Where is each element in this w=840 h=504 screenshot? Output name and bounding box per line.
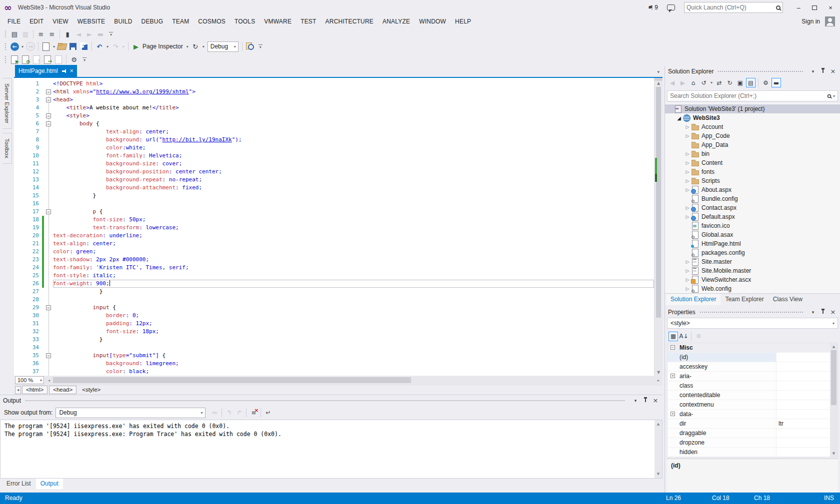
property-value[interactable]	[776, 400, 838, 409]
property-value[interactable]	[776, 410, 838, 419]
quick-launch-box[interactable]	[684, 2, 783, 13]
fold-collapse-icon[interactable]: −	[46, 113, 51, 118]
panel-tab-team-explorer[interactable]: Team Explorer	[720, 294, 768, 305]
scrollbar-thumb[interactable]	[831, 350, 836, 405]
pin-panel-icon[interactable]	[819, 68, 827, 74]
page-inspector-label[interactable]: Page Inspector	[142, 43, 183, 50]
tree-item[interactable]: Bundle.config	[665, 194, 840, 203]
scroll-up-icon[interactable]: ▲	[654, 422, 662, 426]
close-panel-icon[interactable]: ×	[829, 308, 837, 316]
property-value[interactable]	[776, 438, 838, 447]
output-text-area[interactable]: The program '[9524] iisexpress.exe' has …	[0, 420, 662, 479]
editor-split-handle[interactable]	[654, 78, 662, 80]
property-value[interactable]	[776, 429, 838, 438]
toggle-word-wrap-icon[interactable]: ↵	[263, 408, 273, 418]
tab-htmlpage[interactable]: HtmlPage.html ×	[15, 65, 77, 77]
collapsed-arrow-icon[interactable]: ▷	[684, 169, 691, 174]
previous-bookmark-icon[interactable]: ◄	[74, 29, 84, 39]
minimize-button[interactable]: –	[791, 1, 806, 13]
menu-window[interactable]: WINDOW	[414, 16, 450, 27]
scrollbar-thumb[interactable]	[656, 87, 661, 318]
editor-vertical-scrollbar[interactable]: ▲ ▼	[654, 78, 662, 376]
property-row[interactable]: contenteditable	[668, 391, 838, 400]
panel-tab-solution-explorer[interactable]: Solution Explorer	[666, 294, 720, 305]
code-text[interactable]: text-transform: lowercase;	[53, 224, 654, 232]
code-line[interactable]: 9 color:white;	[14, 144, 654, 152]
close-button[interactable]: ×	[823, 1, 838, 13]
redo-caret-icon[interactable]: ▾	[121, 44, 126, 49]
code-text[interactable]: input {	[53, 304, 654, 312]
code-editor[interactable]: 1<!DOCTYPE html>2−<html xmlns="http://ww…	[14, 78, 662, 376]
collapsed-arrow-icon[interactable]: ▷	[684, 205, 691, 210]
clear-all-icon[interactable]: ≡	[248, 408, 258, 418]
menu-debug[interactable]: DEBUG	[137, 16, 168, 27]
fold-collapse-icon[interactable]: −	[46, 121, 51, 126]
build-page-icon[interactable]	[10, 54, 20, 64]
solution-configuration-combo[interactable]: Debug▾	[208, 41, 238, 52]
tree-item[interactable]: ▷Web.config	[665, 284, 840, 293]
fold-collapse-icon[interactable]: −	[46, 89, 51, 94]
breadcrumb-item[interactable]: <head>	[49, 386, 76, 394]
code-line[interactable]: 28	[14, 296, 654, 304]
property-row[interactable]: (id)	[668, 353, 838, 362]
code-line[interactable]: 1<!DOCTYPE html>	[14, 80, 654, 88]
code-text[interactable]: <title>A website about me!</title>	[53, 104, 654, 112]
code-line[interactable]: 7 text-align: center;	[14, 128, 654, 136]
code-text[interactable]: font-style: italic;	[53, 272, 654, 280]
pin-panel-icon[interactable]	[819, 309, 827, 315]
window-position-caret-icon[interactable]: ▾	[632, 398, 640, 403]
pin-tab-icon[interactable]	[62, 69, 66, 73]
code-line[interactable]: 20text-decoration: underline;	[14, 232, 654, 240]
code-text[interactable]: <!DOCTYPE html>	[53, 80, 654, 88]
find-in-files-icon[interactable]	[245, 41, 255, 51]
expand-property-icon[interactable]: +	[670, 374, 675, 378]
panel-tab-class-view[interactable]: Class View	[768, 294, 807, 305]
filter-caret-icon[interactable]: ▾	[709, 80, 714, 85]
refresh-icon[interactable]: ↻	[725, 78, 734, 87]
open-file-icon[interactable]	[57, 41, 67, 51]
code-line[interactable]: 31 padding: 12px;	[14, 320, 654, 328]
menu-architecture[interactable]: ARCHITECTURE	[321, 16, 378, 27]
property-value[interactable]	[776, 362, 838, 371]
save-icon[interactable]	[68, 41, 78, 51]
search-icon[interactable]	[828, 94, 832, 98]
new-file-icon[interactable]	[41, 41, 51, 51]
window-position-caret-icon[interactable]: ▾	[809, 69, 817, 74]
navigate-backward-caret-icon[interactable]: ▾	[20, 44, 25, 49]
code-line[interactable]: 6− body {	[14, 120, 654, 128]
close-panel-icon[interactable]: ×	[829, 67, 837, 75]
preview-selected-items-icon[interactable]: ▬	[772, 78, 781, 87]
user-avatar-icon[interactable]	[825, 16, 835, 26]
tree-item[interactable]: ▷Account	[665, 122, 840, 131]
pin-panel-icon[interactable]	[642, 397, 650, 404]
tree-item[interactable]: ▷About.aspx	[665, 185, 840, 194]
scroll-right-icon[interactable]: ▸	[654, 376, 662, 384]
code-line[interactable]: 18 font-size: 50px;	[14, 216, 654, 224]
copy-web-site-icon[interactable]	[54, 54, 64, 64]
property-value[interactable]	[776, 343, 838, 352]
editor-horizontal-scrollbar[interactable]: ◂ ▸	[45, 376, 662, 384]
code-line[interactable]: 36 background: limegreen;	[14, 360, 654, 368]
new-file-caret-icon[interactable]: ▾	[52, 44, 56, 49]
browse-target-caret-icon[interactable]: ▾	[185, 44, 190, 49]
code-line[interactable]: 25font-style: italic;	[14, 272, 654, 280]
code-text[interactable]: input[type="submit"] {	[53, 352, 654, 360]
collapsed-arrow-icon[interactable]: ▷	[684, 124, 691, 129]
close-tab-icon[interactable]: ×	[70, 68, 74, 74]
home-icon[interactable]: ⌂	[688, 78, 698, 87]
hscroll-thumb[interactable]	[53, 377, 411, 383]
property-value[interactable]	[776, 353, 838, 362]
code-line[interactable]: 34	[14, 344, 654, 352]
tree-item[interactable]: ▷Site.master	[665, 257, 840, 266]
tree-item[interactable]: ▷Site.Mobile.master	[665, 266, 840, 275]
toolbar-options-icon[interactable]: ▾	[81, 57, 88, 61]
increase-indent-icon[interactable]: ≡	[47, 29, 57, 39]
alphabetical-icon[interactable]: A↓	[679, 332, 688, 341]
fold-collapse-icon[interactable]: −	[46, 97, 51, 102]
menu-view[interactable]: VIEW	[48, 16, 72, 27]
tree-item[interactable]: ▷fonts	[665, 167, 840, 176]
show-all-files-icon[interactable]: ▤	[746, 78, 756, 87]
code-text[interactable]: font-weight: 900;	[53, 280, 654, 288]
code-line[interactable]: 37 color: black;	[14, 368, 654, 376]
code-line[interactable]: 3−<head>	[14, 96, 654, 104]
